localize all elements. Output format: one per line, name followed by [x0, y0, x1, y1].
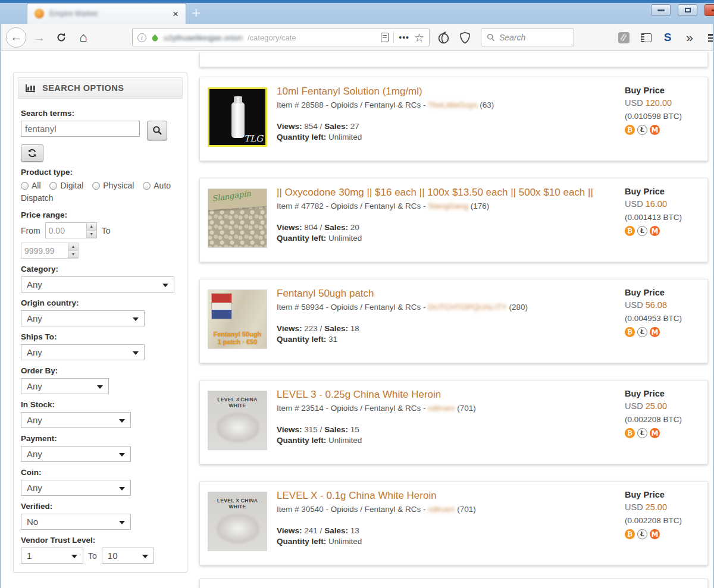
- radio-icon: [21, 182, 29, 190]
- product-type-radios: All Digital Physical Auto Dispatch: [21, 180, 180, 205]
- vendor-link[interactable]: SlangGang: [428, 202, 468, 210]
- item-category-text: Item # 58934 - Opioids / Fentanyl & RCs …: [277, 303, 428, 312]
- price-from-input[interactable]: ▲▼: [45, 222, 97, 238]
- listing-item-line: Item # 47782 - Opioids / Fentanyl & RCs …: [277, 202, 615, 210]
- home-icon: ⌂: [79, 30, 87, 45]
- price-from-field[interactable]: [46, 223, 86, 238]
- usd-price: USD 25.00: [625, 502, 700, 512]
- from-label: From: [21, 226, 40, 235]
- browser-search-box[interactable]: Search: [481, 29, 574, 46]
- litecoin-icon: Ł: [637, 327, 647, 337]
- listing-item-line: Item # 28588 - Opioids / Fentanyl & RCs …: [277, 100, 615, 109]
- page-actions-icon[interactable]: •••: [399, 33, 409, 42]
- price-to-field[interactable]: [21, 243, 68, 258]
- maximize-icon: [685, 8, 691, 12]
- payment-select[interactable]: Any: [21, 446, 131, 462]
- refresh-button[interactable]: [21, 144, 43, 162]
- product-image-caption: TLG: [244, 133, 263, 144]
- radio-physical[interactable]: Physical: [92, 181, 134, 190]
- listing-card: TLG 10ml Fentanyl Solution (1mg/ml) Item…: [199, 77, 708, 161]
- bitcoin-icon: ₿: [625, 226, 635, 236]
- vendor-link[interactable]: TheLittleGuys: [428, 100, 477, 109]
- verified-label: Verified:: [21, 502, 180, 511]
- origin-country-select[interactable]: Any: [21, 310, 145, 326]
- product-image[interactable]: LEVEL X CHINA WHITE: [208, 492, 267, 551]
- search-submit-button[interactable]: [147, 121, 167, 140]
- reload-button[interactable]: [54, 24, 69, 51]
- spinner-up-icon[interactable]: ▲: [87, 223, 96, 231]
- product-image[interactable]: Fentanyl 50ugh 1 patch · €50: [208, 290, 267, 349]
- listing-title-link[interactable]: LEVEL X - 0.1g China White Heroin: [277, 490, 615, 502]
- radio-digital[interactable]: Digital: [49, 181, 83, 190]
- listing-card: Slangapin || Oxycodone 30mg || $16 each …: [199, 178, 708, 262]
- vendor-link[interactable]: cdtruen: [428, 404, 455, 413]
- search-options-header: SEARCH OPTIONS: [18, 77, 183, 99]
- home-button[interactable]: ⌂: [75, 24, 92, 51]
- listing-title-link[interactable]: LEVEL 3 - 0.25g China White Heroin: [277, 389, 615, 401]
- trust-from-select[interactable]: 1: [21, 548, 83, 564]
- tor-onion-icon: [437, 32, 450, 44]
- overflow-menu-button[interactable]: »: [682, 24, 697, 51]
- spinner-up-icon[interactable]: ▲: [68, 243, 78, 251]
- forward-button[interactable]: →: [32, 24, 46, 51]
- browser-tab[interactable]: Empire Market ×: [27, 3, 186, 24]
- refresh-icon: [27, 148, 37, 158]
- noscript-button[interactable]: S: [660, 24, 675, 51]
- listing-quantity: Quantity left: Unlimited: [277, 234, 615, 243]
- listing-card: LEVEL 3 CHINA WHITE LEVEL 3 - 0.25g Chin…: [199, 380, 708, 464]
- listing-title-link[interactable]: Fentanyl 50ugh patch: [277, 288, 615, 300]
- product-image[interactable]: LEVEL 3 CHINA WHITE: [208, 391, 267, 450]
- listing-title-link[interactable]: || Oxycodone 30mg || $16 each || 100x $1…: [277, 187, 615, 199]
- extension-button-1[interactable]: [616, 24, 631, 51]
- trust-to-select[interactable]: 10: [102, 548, 154, 564]
- back-button[interactable]: ←: [6, 24, 26, 51]
- search-terms-input[interactable]: [21, 121, 140, 137]
- close-button[interactable]: [704, 4, 714, 16]
- torbutton[interactable]: [436, 24, 451, 51]
- buy-price-label: Buy Price: [625, 490, 700, 499]
- vendor-link[interactable]: cdtruen: [428, 505, 455, 514]
- url-domain: u2ythuaelikeqjae.onion: [164, 33, 243, 42]
- to-label: To: [102, 226, 111, 235]
- verified-select[interactable]: No: [21, 514, 131, 530]
- in-stock-select[interactable]: Any: [21, 412, 131, 428]
- reader-view-icon[interactable]: [381, 33, 389, 42]
- product-image[interactable]: Slangapin: [208, 188, 267, 248]
- security-level-button[interactable]: [457, 24, 472, 51]
- product-image[interactable]: TLG: [208, 87, 267, 147]
- vendor-trust-label: Vendor Trust Level:: [21, 536, 180, 545]
- ships-to-select[interactable]: Any: [21, 344, 145, 360]
- next-card-partial: [199, 578, 708, 588]
- order-by-select[interactable]: Any: [21, 378, 109, 394]
- bookmark-star-icon[interactable]: ☆: [414, 31, 424, 45]
- magnifier-icon: [152, 125, 162, 136]
- url-bar[interactable]: i u2ythuaelikeqjae.onion /category/cate …: [132, 29, 430, 46]
- btc-price: (0.010598 BTC): [625, 112, 700, 121]
- tab-close-icon[interactable]: ×: [173, 9, 178, 19]
- search-icon: [487, 33, 495, 42]
- listing-title-link[interactable]: 10ml Fentanyl Solution (1mg/ml): [277, 86, 615, 98]
- listing-quantity: Quantity left: Unlimited: [277, 537, 615, 546]
- vendor-link[interactable]: DUTCHTOPQUALITY: [428, 303, 506, 312]
- new-tab-button[interactable]: +: [192, 5, 201, 20]
- coin-select[interactable]: Any: [21, 480, 131, 496]
- listing-item-line: Item # 23514 - Opioids / Fentanyl & RCs …: [277, 404, 615, 413]
- vendor-feedback-count: (701): [457, 404, 476, 413]
- page-info-icon[interactable]: i: [137, 33, 146, 42]
- sidebar-toggle-button[interactable]: [639, 24, 653, 51]
- monero-icon: M: [650, 226, 660, 236]
- radio-all[interactable]: All: [21, 181, 41, 190]
- monero-icon: M: [650, 327, 660, 337]
- spinner-down-icon[interactable]: ▼: [87, 231, 96, 238]
- spinner-buttons[interactable]: ▲▼: [86, 223, 96, 238]
- bitcoin-icon: ₿: [625, 428, 635, 438]
- category-select[interactable]: Any: [21, 276, 174, 293]
- page-content: SEARCH OPTIONS Search terms:: [0, 52, 714, 588]
- listing-price-block: Buy Price USD 25.00 (0.002208 BTC) ₿ Ł M: [625, 387, 700, 457]
- spinner-buttons[interactable]: ▲▼: [68, 243, 78, 258]
- minimize-button[interactable]: [651, 4, 671, 16]
- maximize-button[interactable]: [678, 4, 697, 16]
- buy-price-label: Buy Price: [625, 187, 700, 196]
- price-to-input[interactable]: ▲▼: [21, 243, 79, 259]
- spinner-down-icon[interactable]: ▼: [68, 251, 78, 259]
